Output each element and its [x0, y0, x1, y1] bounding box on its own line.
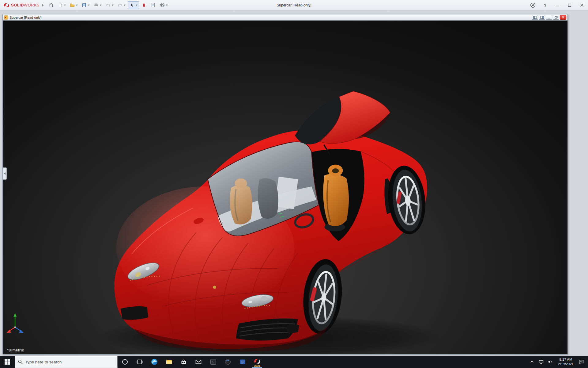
options-gear-icon	[160, 2, 165, 8]
app-dark-button[interactable]	[206, 356, 221, 368]
account-icon	[530, 2, 536, 8]
redo-icon	[117, 2, 123, 8]
document-minimize-button[interactable]	[546, 15, 552, 20]
app-blue-icon	[239, 358, 246, 366]
minimize-icon	[556, 3, 559, 7]
open-icon	[70, 2, 75, 8]
account-button[interactable]	[527, 0, 539, 10]
store-button[interactable]	[176, 356, 191, 368]
edge-icon	[151, 358, 158, 366]
left-intake[interactable]	[121, 306, 148, 320]
new-document-dropdown-icon[interactable]	[64, 5, 66, 6]
redo-dropdown-icon[interactable]	[124, 5, 126, 6]
cortana-button[interactable]	[118, 356, 132, 368]
start-button[interactable]	[0, 356, 15, 368]
print-dropdown-icon[interactable]	[100, 5, 102, 6]
graphics-area[interactable]	[3, 21, 567, 354]
minimize-button[interactable]	[551, 0, 564, 10]
collapse-arrow-icon	[4, 172, 6, 175]
options-button[interactable]	[158, 1, 169, 9]
mail-icon	[195, 358, 202, 366]
maximize-icon	[568, 3, 571, 7]
save-icon	[81, 2, 87, 8]
document-icon	[4, 15, 8, 20]
split-left-pane-icon	[533, 16, 537, 19]
undo-dropdown-icon[interactable]	[112, 5, 114, 6]
action-center-button[interactable]	[577, 356, 586, 368]
select-button[interactable]	[128, 1, 139, 9]
home-icon	[48, 2, 54, 8]
right-seat-headrest-pad	[332, 168, 339, 173]
app-window-controls: ?	[527, 0, 588, 10]
file-explorer-icon	[165, 358, 173, 366]
new-document-icon	[58, 2, 63, 8]
clock-date: 2/19/2021	[558, 362, 574, 366]
split-right-pane-icon	[540, 16, 544, 19]
file-properties-button[interactable]	[149, 1, 157, 9]
clock-time: 9:17 AM	[559, 357, 572, 362]
help-button[interactable]: ?	[539, 0, 551, 10]
solidworks-taskbar-button[interactable]: 2021	[250, 356, 265, 368]
search-input[interactable]	[25, 360, 114, 364]
undo-icon	[105, 2, 111, 8]
volume-muted-icon	[548, 359, 553, 364]
mail-button[interactable]	[191, 356, 206, 368]
document-titlebar[interactable]: Supercar [Read-only]	[3, 14, 567, 21]
select-icon	[129, 2, 135, 8]
document-title: Supercar [Read-only]	[9, 16, 41, 19]
display-tray-button[interactable]	[537, 356, 546, 368]
print-icon	[93, 2, 99, 8]
new-document-button[interactable]	[56, 1, 67, 9]
maximize-button[interactable]	[564, 0, 576, 10]
open-dropdown-icon[interactable]	[76, 5, 78, 6]
show-desktop-button[interactable]	[586, 356, 588, 368]
task-view-icon	[136, 358, 143, 365]
document-close-icon	[562, 16, 564, 19]
volume-tray-button[interactable]	[546, 356, 555, 368]
close-button[interactable]	[576, 0, 588, 10]
taskbar-clock[interactable]: 9:17 AM 2/19/2021	[555, 356, 577, 368]
solidworks-taskbar-icon	[253, 358, 261, 366]
solidworks-brand: SOLIDWORKS	[0, 2, 41, 8]
undo-button[interactable]	[104, 1, 115, 9]
screen: SOLIDWORKS	[0, 0, 588, 368]
solidworks-logo-icon	[3, 2, 10, 8]
split-left-pane-button[interactable]	[532, 15, 538, 20]
app-round-button[interactable]	[221, 356, 235, 368]
file-explorer-button[interactable]	[162, 356, 176, 368]
taskbar-search[interactable]	[15, 356, 118, 368]
document-restore-icon	[555, 16, 558, 19]
redo-button[interactable]	[116, 1, 127, 9]
print-button[interactable]	[92, 1, 103, 9]
task-view-button[interactable]	[132, 356, 147, 368]
3dexperience-icon	[141, 2, 147, 8]
save-button[interactable]	[80, 1, 91, 9]
document-restore-button[interactable]	[553, 15, 559, 20]
save-dropdown-icon[interactable]	[88, 5, 90, 6]
action-center-icon	[579, 359, 584, 365]
cortana-icon	[122, 358, 128, 365]
right-lower-vent[interactable]	[286, 324, 299, 333]
hidden-icons-button[interactable]	[527, 356, 537, 368]
split-right-pane-button[interactable]	[539, 15, 545, 20]
select-dropdown-icon[interactable]	[136, 5, 138, 6]
3dexperience-button[interactable]	[140, 1, 148, 9]
chevron-up-icon	[530, 360, 534, 364]
quick-access-toolbar	[47, 1, 169, 9]
display-icon	[539, 359, 544, 364]
store-icon	[180, 358, 187, 366]
supercar-model[interactable]	[98, 91, 442, 354]
edge-button[interactable]	[147, 356, 162, 368]
featuremanager-collapsed-tab[interactable]	[3, 167, 7, 180]
search-icon	[18, 359, 23, 364]
home-button[interactable]	[47, 1, 55, 9]
expand-toolbar-icon[interactable]	[42, 4, 44, 7]
document-close-button[interactable]	[560, 15, 566, 20]
document-window: Supercar [Read-only]	[2, 14, 568, 355]
app-round-icon	[224, 358, 232, 366]
viewport-3d[interactable]: *Dimetric	[3, 21, 567, 354]
app-blue-button[interactable]	[235, 356, 250, 368]
start-icon	[4, 359, 10, 365]
open-button[interactable]	[68, 1, 79, 9]
options-dropdown-icon[interactable]	[166, 5, 168, 6]
